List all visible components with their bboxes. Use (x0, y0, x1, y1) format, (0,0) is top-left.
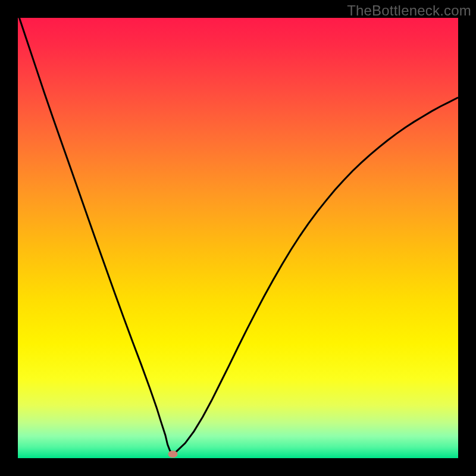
bottleneck-curve-chart (18, 18, 458, 458)
plot-area (18, 18, 458, 458)
minimum-marker (168, 450, 177, 458)
chart-frame: TheBottleneck.com (0, 0, 476, 476)
watermark-text: TheBottleneck.com (347, 2, 471, 19)
gradient-background (18, 18, 458, 458)
